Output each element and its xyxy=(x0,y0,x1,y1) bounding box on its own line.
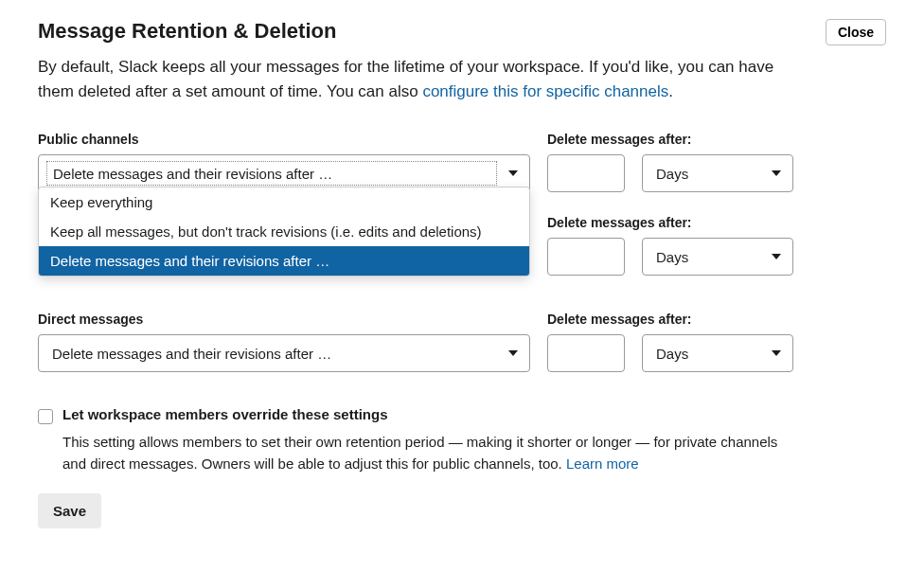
chevron-down-icon xyxy=(772,254,781,259)
public-channels-selected-value: Delete messages and their revisions afte… xyxy=(53,166,332,182)
direct-delete-after-label: Delete messages after: xyxy=(547,312,625,327)
save-button[interactable]: Save xyxy=(38,493,101,528)
chevron-down-icon xyxy=(508,350,518,356)
public-delete-number-input[interactable] xyxy=(547,154,625,192)
spacer-label-2 xyxy=(642,215,793,230)
override-checkbox-label: Let workspace members override these set… xyxy=(62,406,387,422)
learn-more-link[interactable]: Learn more xyxy=(566,455,639,472)
dropdown-option-keep-no-revisions[interactable]: Keep all messages, but don't track revis… xyxy=(39,217,529,246)
configure-channels-link[interactable]: configure this for specific channels xyxy=(422,82,668,100)
private-delete-number-input[interactable] xyxy=(547,238,625,276)
direct-delete-unit-value: Days xyxy=(656,346,688,362)
override-help-text: This setting allows members to set their… xyxy=(62,432,801,474)
public-delete-unit-select[interactable]: Days xyxy=(642,154,793,192)
chevron-down-icon xyxy=(508,170,518,176)
chevron-down-icon xyxy=(772,350,781,356)
dropdown-option-keep-everything[interactable]: Keep everything xyxy=(39,187,529,217)
public-delete-after-label: Delete messages after: xyxy=(547,132,625,147)
chevron-down-icon xyxy=(772,170,781,176)
page-title: Message Retention & Deletion xyxy=(38,19,336,44)
description-text-end: . xyxy=(668,82,673,100)
spacer-label xyxy=(642,132,793,147)
direct-messages-select[interactable]: Delete messages and their revisions afte… xyxy=(38,334,530,372)
dropdown-option-delete-after[interactable]: Delete messages and their revisions afte… xyxy=(39,246,529,276)
public-channels-dropdown: Keep everything Keep all messages, but d… xyxy=(38,187,530,277)
public-channels-label: Public channels xyxy=(38,132,530,147)
direct-messages-label: Direct messages xyxy=(38,312,530,327)
override-help-body: This setting allows members to set their… xyxy=(62,434,777,472)
private-delete-unit-value: Days xyxy=(656,249,688,265)
private-delete-after-label: Delete messages after: xyxy=(547,215,625,230)
close-button[interactable]: Close xyxy=(826,19,886,45)
page-description: By default, Slack keeps all your message… xyxy=(38,55,786,103)
direct-delete-number-input[interactable] xyxy=(547,334,625,372)
override-checkbox[interactable] xyxy=(38,409,53,424)
private-delete-unit-select[interactable]: Days xyxy=(642,238,793,276)
public-delete-unit-value: Days xyxy=(656,166,688,182)
spacer-label-3 xyxy=(642,312,793,327)
direct-delete-unit-select[interactable]: Days xyxy=(642,334,793,372)
direct-messages-selected-value: Delete messages and their revisions afte… xyxy=(52,346,331,362)
